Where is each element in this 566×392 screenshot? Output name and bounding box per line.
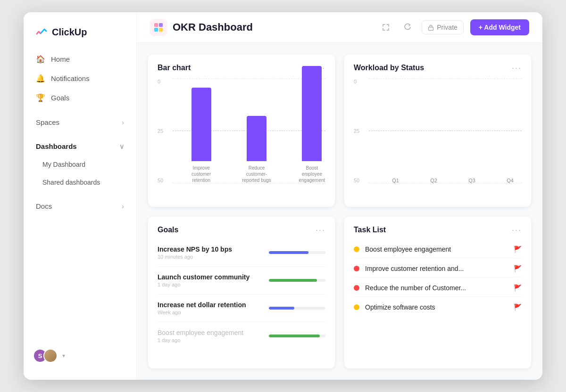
workload-y-labels: 50 25 0	[354, 79, 359, 183]
topbar: OKR Dashboard	[137, 12, 542, 43]
task-item-2: Reduce the number of Customer... 🚩	[354, 279, 522, 297]
goal-name-3: Boost employee engagement	[158, 329, 243, 336]
task-item-0: Boost employee engagement 🚩	[354, 241, 522, 258]
logo-text: ClickUp	[52, 27, 87, 38]
goal-name-0: Increase NPS by 10 bps	[158, 245, 232, 253]
docs-label: Docs	[36, 202, 52, 210]
dashboard-icon	[150, 19, 167, 36]
workload-label-q4: Q4	[507, 178, 514, 183]
goal-time-2: Week ago	[158, 310, 246, 315]
sidebar-item-home[interactable]: 🏠 Home	[29, 50, 131, 68]
workload-bars-row: Q1 Q2	[369, 65, 537, 183]
avatar-group: S	[33, 349, 58, 363]
avatar-photo-inner	[44, 350, 57, 362]
my-dashboard-label: My Dashboard	[42, 161, 85, 168]
main-panel: OKR Dashboard	[137, 12, 542, 380]
avatar-photo	[43, 349, 58, 363]
sidebar-item-my-dashboard[interactable]: My Dashboard	[29, 156, 131, 173]
topbar-actions: Private + Add Widget	[378, 19, 529, 35]
private-label: Private	[437, 24, 458, 31]
bar-chart-grid: 50 25 0 Improve customer re	[158, 79, 325, 197]
sidebar-footer: S ▾	[24, 341, 136, 370]
sidebar-item-shared-dashboards[interactable]: Shared dashboards	[29, 174, 131, 191]
sidebar-item-docs[interactable]: Docs ›	[29, 197, 131, 215]
home-icon: 🏠	[36, 55, 45, 64]
bar-label-0: Improve customer retention	[185, 165, 218, 183]
task-item-1: Improve customer retention and... 🚩	[354, 260, 522, 278]
task-list: Boost employee engagement 🚩 Improve cust…	[354, 241, 522, 316]
private-badge[interactable]: Private	[422, 20, 464, 34]
add-widget-button[interactable]: + Add Widget	[470, 19, 529, 35]
goal-fill-3	[269, 335, 320, 337]
goals-widget: Goals ··· Increase NPS by 10 bps 10 minu…	[148, 216, 335, 369]
bar-chart-area: 50 25 0 Improve customer re	[158, 79, 325, 197]
bar-group-0: Improve customer retention	[185, 65, 218, 183]
task-list-menu[interactable]: ···	[512, 226, 522, 234]
workload-bar-q3: Q3	[462, 65, 483, 183]
goal-item-2: Increase net dollar retention Week ago	[158, 296, 325, 322]
trophy-icon: 🏆	[36, 93, 45, 102]
workload-bar-q4: Q4	[500, 65, 521, 183]
bell-icon: 🔔	[36, 74, 45, 83]
chevron-right-icon: ›	[122, 119, 124, 126]
goal-top-1: Launch customer community 1 day ago	[158, 273, 325, 287]
task-name-2: Reduce the number of Customer...	[365, 284, 508, 292]
sidebar-item-label-notifications: Notifications	[51, 74, 90, 82]
expand-icon[interactable]	[378, 20, 393, 35]
workload-bar-q1: Q1	[385, 65, 406, 183]
goal-item-3: Boost employee engagement 1 day ago	[158, 324, 325, 350]
goal-track-3	[269, 335, 325, 337]
chevron-right-icon-docs: ›	[122, 203, 124, 210]
chevron-down-icon: ∨	[119, 143, 124, 150]
sidebar: ClickUp 🏠 Home 🔔 Notifications 🏆 Goals S…	[24, 12, 137, 380]
sidebar-item-goals[interactable]: 🏆 Goals	[29, 89, 131, 107]
workload-label-q2: Q2	[430, 178, 437, 183]
goal-name-1: Launch customer community	[158, 273, 250, 281]
bars-row: Improve customer retention Reduce custom…	[173, 65, 341, 183]
shared-dashboards-label: Shared dashboards	[42, 179, 100, 186]
workload-label-q1: Q1	[392, 178, 399, 183]
goal-track-2	[269, 307, 325, 310]
spaces-label: Spaces	[36, 118, 59, 126]
task-dot-0	[354, 246, 359, 252]
task-flag-3: 🚩	[514, 303, 522, 311]
sidebar-item-label-goals: Goals	[51, 94, 69, 102]
dashboard-content: Bar chart ··· 50 25 0	[137, 43, 542, 380]
svg-rect-3	[159, 28, 163, 32]
goals-menu[interactable]: ···	[316, 226, 325, 234]
svg-rect-4	[429, 27, 433, 30]
goals-header: Goals ···	[158, 226, 325, 234]
bar-1	[247, 116, 266, 161]
sidebar-item-notifications[interactable]: 🔔 Notifications	[29, 69, 131, 88]
workload-label-q3: Q3	[468, 178, 475, 183]
goal-name-2: Increase net dollar retention	[158, 301, 246, 309]
goal-track-0	[269, 251, 325, 254]
goal-fill-1	[269, 279, 317, 282]
svg-rect-1	[159, 23, 163, 27]
task-flag-1: 🚩	[514, 265, 522, 272]
dashboards-label: Dashboards	[36, 142, 77, 150]
workload-bar-q2: Q2	[424, 65, 444, 183]
bar-0	[191, 88, 211, 161]
workload-grid: 50 25 0	[354, 79, 522, 197]
workload-widget: Workload by Status ··· 50 25 0	[344, 54, 531, 207]
task-name-0: Boost employee engagement	[365, 245, 508, 253]
goals-list: Increase NPS by 10 bps 10 minutes ago La…	[158, 241, 325, 350]
sidebar-item-label-home: Home	[51, 55, 70, 63]
bar-chart-widget: Bar chart ··· 50 25 0	[148, 54, 335, 207]
task-dot-2	[354, 285, 359, 291]
goal-fill-2	[269, 307, 294, 310]
goal-time-3: 1 day ago	[158, 337, 243, 343]
task-flag-2: 🚩	[514, 284, 522, 292]
bar-label-2: Boost employee engagement	[295, 165, 328, 183]
refresh-icon[interactable]	[400, 20, 415, 35]
goal-item-0: Increase NPS by 10 bps 10 minutes ago	[158, 241, 325, 267]
sidebar-item-dashboards[interactable]: Dashboards ∨	[29, 138, 131, 155]
svg-rect-2	[154, 28, 158, 32]
goals-title: Goals	[158, 226, 178, 234]
page-title: OKR Dashboard	[173, 21, 373, 33]
sidebar-logo: ClickUp	[24, 25, 136, 39]
task-name-1: Improve customer retention and...	[365, 265, 508, 272]
avatar-caret-icon[interactable]: ▾	[62, 352, 65, 359]
sidebar-item-spaces[interactable]: Spaces ›	[29, 114, 131, 131]
